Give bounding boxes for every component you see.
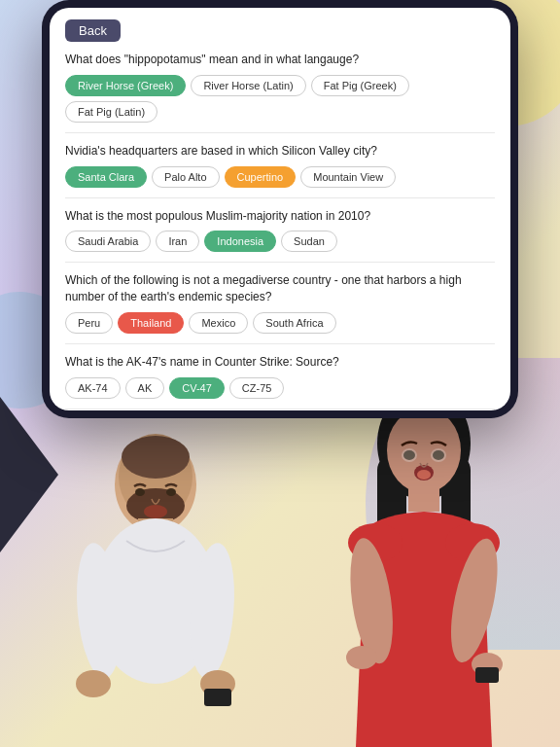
question-5-text: What is the AK-47's name in Counter Stri… [65,354,495,371]
answer-q3-a4[interactable]: Sudan [281,231,337,252]
question-4-answers: Peru Thailand Mexico South Africa [65,312,495,334]
answer-q2-a4[interactable]: Mountain View [300,166,396,188]
svg-point-12 [135,488,145,496]
answer-q1-a1[interactable]: River Horse (Greek) [65,75,186,96]
answer-q2-a1[interactable]: Santa Clara [65,166,147,188]
tablet-device: Back What does "hippopotamus" mean and i… [42,0,518,418]
answer-q5-a4[interactable]: CZ-75 [229,377,285,399]
question-2-section: Nvidia's headquarters are based in which… [65,143,495,198]
question-4-text: Which of the following is not a megadive… [65,272,495,305]
question-2-answers: Santa Clara Palo Alto Cupertino Mountain… [65,166,495,188]
question-3-answers: Saudi Arabia Iran Indonesia Sudan [65,231,495,252]
question-1-text: What does "hippopotamus" mean and in wha… [65,52,495,68]
question-3-section: What is the most populous Muslim-majorit… [65,208,495,264]
answer-q3-a2[interactable]: Iran [156,231,199,252]
svg-point-31 [431,448,446,462]
question-1-answers: River Horse (Greek) River Horse (Latin) … [65,75,495,123]
answer-q4-a2[interactable]: Thailand [118,312,184,334]
answer-q5-a2[interactable]: AK [125,377,165,399]
back-button[interactable]: Back [65,19,121,42]
svg-point-27 [417,470,431,480]
answer-q5-a3[interactable]: CV-47 [169,377,225,399]
svg-point-25 [346,646,377,669]
answer-q2-a3[interactable]: Cupertino [225,166,297,188]
man-figure [58,397,253,747]
svg-point-11 [144,505,167,518]
question-2-text: Nvidia's headquarters are based in which… [65,143,495,160]
answer-q3-a1[interactable]: Saudi Arabia [65,231,151,252]
triangle-decoration [0,397,58,552]
question-3-text: What is the most populous Muslim-majorit… [65,208,495,225]
svg-point-30 [402,448,417,462]
question-1-section: What does "hippopotamus" mean and in wha… [65,52,495,133]
question-5-section: What is the AK-47's name in Counter Stri… [65,354,495,409]
svg-point-2 [122,436,190,479]
answer-q1-a3[interactable]: Fat Pig (Greek) [311,75,409,96]
answer-q3-a3[interactable]: Indonesia [204,231,276,252]
svg-rect-10 [204,689,231,706]
svg-rect-24 [475,667,499,683]
question-5-answers: AK-74 AK CV-47 CZ-75 [65,377,495,399]
answer-q2-a2[interactable]: Palo Alto [152,166,219,188]
answer-q4-a3[interactable]: Mexico [189,312,248,334]
svg-point-8 [76,670,111,697]
answer-q1-a2[interactable]: River Horse (Latin) [191,75,305,96]
question-4-section: Which of the following is not a megadive… [65,272,495,344]
svg-rect-18 [408,484,439,512]
tablet-screen: Back What does "hippopotamus" mean and i… [50,8,510,410]
answer-q4-a1[interactable]: Peru [65,312,113,334]
svg-point-13 [166,488,176,496]
answer-q1-a4[interactable]: Fat Pig (Latin) [65,101,158,123]
answer-q5-a1[interactable]: AK-74 [65,377,121,399]
answer-q4-a4[interactable]: South Africa [253,312,335,334]
quiz-content: Back What does "hippopotamus" mean and i… [50,8,510,410]
